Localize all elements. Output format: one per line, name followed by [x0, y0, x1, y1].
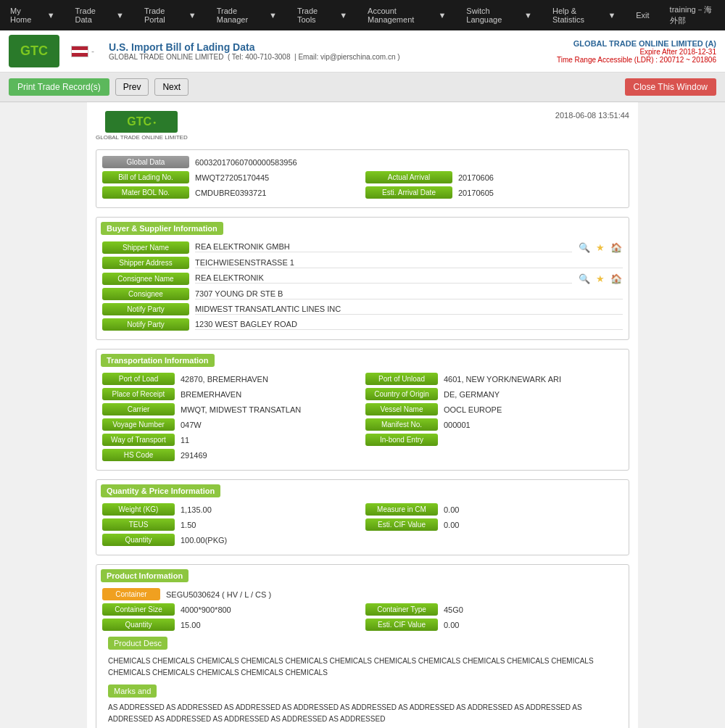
- manifest-col: Manifest No. 000001: [365, 418, 623, 431]
- transport-body: Port of Load 42870, BREMERHAVEN Port of …: [96, 370, 629, 470]
- nav-item-trademanager[interactable]: Trade Manager: [212, 5, 263, 25]
- actual-arrival-label: Actual Arrival: [365, 171, 452, 183]
- product-header: Product Information: [101, 569, 188, 582]
- nav-spacer: [655, 14, 664, 17]
- logo-box: GTC: [9, 35, 59, 67]
- teus-col: TEUS 1.50: [102, 518, 360, 531]
- logo-area: GTC - U.S. Import Bill of Lading Data GL…: [9, 35, 400, 67]
- vessel-name-col: Vessel Name OOCL EUROPE: [365, 403, 623, 415]
- shipper-icons: 🔍 ★ 🏠: [578, 241, 623, 254]
- esti-arrival-col: Esti. Arrival Date 20170605: [365, 186, 623, 199]
- nav-separator: [353, 14, 362, 17]
- doc-logo: GTC ● GLOBAL TRADE ONLINE LIMITED: [96, 111, 188, 141]
- port-load-row: Port of Load 42870, BREMERHAVEN Port of …: [102, 373, 623, 385]
- print-button-top[interactable]: Print Trade Record(s): [9, 78, 109, 96]
- notify-party-value2: 1230 WEST BAGLEY ROAD: [195, 320, 623, 330]
- container-value: SEGU5030624 ( HV / L / CS ): [166, 590, 271, 599]
- place-receipt-value: BREMERHAVEN: [181, 390, 241, 399]
- header-bar: GTC - U.S. Import Bill of Lading Data GL…: [0, 30, 725, 73]
- product-desc-label: Product Desc: [108, 637, 167, 650]
- doc-logo-sub: ●: [153, 120, 156, 125]
- quantity-price-section: Quantity & Price Information Weight (KG)…: [96, 479, 629, 555]
- brand-label: GLOBAL TRADE ONLINE LIMITED (A): [557, 39, 716, 48]
- esti-cif1-label: Esti. CIF Value: [365, 518, 438, 531]
- site-title: U.S. Import Bill of Lading Data GLOBAL T…: [109, 41, 400, 61]
- nav-separator: [621, 14, 630, 17]
- container-type-label: Container Type: [365, 603, 438, 616]
- voyage-label: Voyage Number: [102, 418, 175, 431]
- user-label: training－海外部: [666, 3, 719, 28]
- marks-container: Marks and AS ADDRESSED AS ADDRESSED AS A…: [102, 682, 623, 728]
- hs-code-value: 291469: [181, 451, 207, 460]
- home-icon-shipper[interactable]: 🏠: [610, 241, 623, 254]
- prod-quantity-row: Quantity 15.00 Esti. CIF Value 0.00: [102, 619, 623, 631]
- company-info: GLOBAL TRADE ONLINE LIMITED ( Tel: 400-7…: [109, 53, 400, 61]
- port-load-col: Port of Load 42870, BREMERHAVEN: [102, 373, 360, 385]
- nav-item-exit[interactable]: Exit: [631, 9, 653, 21]
- carrier-col: Carrier MWQT, MIDWEST TRANSATLAN: [102, 403, 360, 415]
- nav-item-myhome[interactable]: My Home: [6, 5, 41, 25]
- global-data-label: Global Data: [102, 156, 189, 168]
- shipper-address-value: TEICHWIESENSTRASSE 1: [195, 258, 623, 268]
- notify-party-row1: Notify Party MIDWEST TRANSATLANTIC LINES…: [102, 303, 623, 315]
- esti-arrival-label: Esti. Arrival Date: [365, 186, 452, 199]
- voyage-value: 047W: [181, 421, 202, 429]
- in-bond-col: In-bond Entry: [365, 434, 623, 446]
- page-title: U.S. Import Bill of Lading Data: [109, 41, 400, 53]
- next-button-top[interactable]: Next: [154, 78, 188, 96]
- shipper-name-label: Shipper Name: [102, 241, 189, 254]
- expire-label: Expire After 2018-12-31: [557, 48, 716, 56]
- notify-party-label2: Notify Party: [102, 318, 189, 331]
- nav-item-tradedata[interactable]: Trade Data: [71, 5, 111, 25]
- star-icon-consignee[interactable]: ★: [594, 272, 607, 285]
- product-desc-value: CHEMICALS CHEMICALS CHEMICALS CHEMICALS …: [102, 653, 623, 682]
- esti-cif1-col: Esti. CIF Value 0.00: [365, 518, 623, 531]
- star-icon-shipper[interactable]: ★: [594, 241, 607, 254]
- nav-separator: [130, 14, 138, 17]
- nav-arrow: ▼: [184, 9, 201, 21]
- esti-cif2-value: 0.00: [444, 621, 459, 629]
- search-icon-shipper[interactable]: 🔍: [578, 241, 591, 254]
- home-icon-consignee[interactable]: 🏠: [610, 272, 623, 285]
- nav-item-accountmgmt[interactable]: Account Management: [363, 5, 432, 25]
- way-transport-value: 11: [181, 436, 189, 444]
- nav-item-tradetools[interactable]: Trade Tools: [293, 5, 334, 25]
- flag-area: -: [71, 46, 94, 57]
- consignee-icons: 🔍 ★ 🏠: [578, 272, 623, 285]
- carrier-value: MWQT, MIDWEST TRANSATLAN: [181, 405, 301, 414]
- nav-separator: [202, 14, 211, 17]
- container-size-col: Container Size 4000*900*800: [102, 603, 360, 616]
- hs-code-row: HS Code 291469: [102, 449, 623, 461]
- weight-row: Weight (KG) 1,135.00 Measure in CM 0.00: [102, 503, 623, 516]
- esti-arrival-value: 20170605: [458, 189, 494, 197]
- nav-item-helpstats[interactable]: Help & Statistics: [548, 5, 602, 25]
- nav-separator: [61, 14, 70, 17]
- doc-logo-name: GLOBAL TRADE ONLINE LIMITED: [96, 134, 188, 141]
- buyer-supplier-body: Shipper Name REA ELEKTRONIK GMBH 🔍 ★ 🏠 S…: [96, 238, 629, 339]
- weight-label: Weight (KG): [102, 503, 175, 516]
- nav-item-tradeportal[interactable]: Trade Portal: [140, 5, 183, 25]
- nav-item-switchlang[interactable]: Switch Language: [462, 5, 518, 25]
- bol-col: Bill of Lading No. MWQT27205170445: [102, 171, 360, 183]
- country-origin-value: DE, GERMANY: [444, 390, 500, 399]
- notify-party-value1: MIDWEST TRANSATLANTIC LINES INC: [195, 305, 623, 315]
- nav-arrow: ▼: [112, 9, 128, 21]
- search-icon-consignee[interactable]: 🔍: [578, 272, 591, 285]
- carrier-label: Carrier: [102, 403, 175, 415]
- measure-label: Measure in CM: [365, 503, 438, 516]
- main-content: GTC ● GLOBAL TRADE ONLINE LIMITED 2018-0…: [87, 102, 638, 728]
- prev-button-top[interactable]: Prev: [115, 78, 149, 96]
- weight-col: Weight (KG) 1,135.00: [102, 503, 360, 516]
- header-right: GLOBAL TRADE ONLINE LIMITED (A) Expire A…: [557, 39, 716, 64]
- product-section: Product Information Container SEGU503062…: [96, 564, 629, 728]
- close-button-top[interactable]: Close This Window: [625, 78, 716, 96]
- top-toolbar: Print Trade Record(s) Prev Next Close Th…: [0, 73, 725, 102]
- mater-bol-col: Mater BOL No. CMDUBRE0393721: [102, 186, 360, 199]
- nav-separator: [452, 14, 460, 17]
- country-origin-label: Country of Origin: [365, 388, 438, 400]
- bol-label: Bill of Lading No.: [102, 171, 189, 183]
- quantity-label: Quantity: [102, 534, 175, 546]
- quantity-price-body: Weight (KG) 1,135.00 Measure in CM 0.00 …: [96, 500, 629, 555]
- logo-gto: GTC: [20, 44, 48, 59]
- doc-logo-gto: GTC: [127, 115, 152, 128]
